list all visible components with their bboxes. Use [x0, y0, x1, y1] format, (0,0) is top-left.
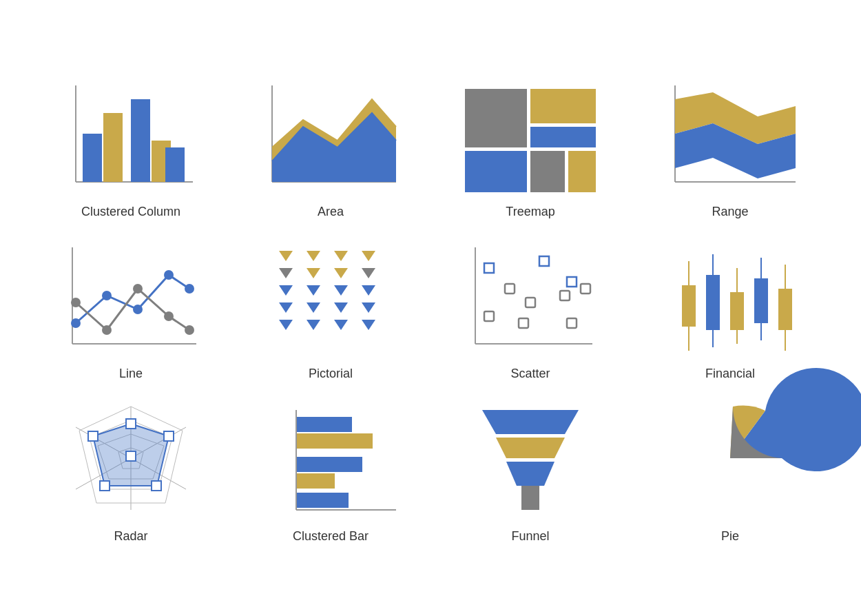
- svg-marker-100: [506, 462, 554, 486]
- svg-rect-88: [100, 481, 110, 491]
- svg-rect-57: [567, 277, 577, 287]
- chart-label-pie: Pie: [721, 528, 739, 544]
- chart-item-clustered-column[interactable]: Clustered Column: [34, 72, 227, 220]
- svg-point-26: [164, 270, 174, 280]
- chart-preview-radar: [55, 396, 207, 520]
- chart-item-pie[interactable]: Pie: [634, 396, 827, 544]
- svg-point-30: [133, 284, 143, 294]
- chart-item-range[interactable]: Range: [634, 72, 827, 220]
- svg-rect-56: [539, 256, 549, 266]
- svg-point-28: [71, 298, 81, 307]
- chart-item-radar[interactable]: Radar: [34, 396, 227, 544]
- chart-label-radar: Radar: [114, 528, 147, 544]
- svg-rect-59: [526, 298, 535, 307]
- svg-marker-43: [334, 285, 348, 296]
- chart-preview-financial: [654, 234, 806, 358]
- svg-marker-46: [307, 302, 320, 313]
- chart-label-funnel: Funnel: [511, 528, 549, 544]
- chart-item-scatter[interactable]: Scatter: [434, 234, 627, 382]
- chart-preview-funnel: [455, 396, 606, 520]
- svg-rect-66: [682, 285, 696, 327]
- chart-preview-treemap: [455, 72, 606, 196]
- chart-item-line[interactable]: Line: [34, 234, 227, 382]
- svg-rect-97: [297, 493, 349, 508]
- chart-label-pictorial: Pictorial: [309, 366, 353, 382]
- svg-marker-38: [307, 268, 320, 278]
- svg-marker-40: [362, 268, 375, 278]
- svg-rect-2: [83, 134, 102, 182]
- svg-rect-55: [484, 263, 494, 273]
- svg-point-23: [71, 318, 81, 328]
- svg-rect-96: [297, 473, 335, 489]
- chart-label-line: Line: [119, 366, 143, 382]
- chart-item-clustered-bar[interactable]: Clustered Bar: [234, 396, 427, 544]
- svg-rect-89: [88, 431, 98, 441]
- svg-point-24: [102, 291, 112, 300]
- svg-marker-51: [334, 320, 348, 330]
- chart-label-clustered-bar: Clustered Bar: [293, 528, 369, 544]
- svg-marker-37: [279, 268, 293, 278]
- svg-rect-70: [730, 292, 744, 330]
- chart-preview-clustered-bar: [255, 396, 406, 520]
- svg-rect-64: [567, 318, 577, 328]
- svg-rect-95: [297, 457, 362, 472]
- chart-item-pictorial[interactable]: .tri-gold { fill: #c9a94a; } .tri-blue {…: [234, 234, 427, 382]
- svg-rect-93: [297, 417, 352, 432]
- chart-item-area[interactable]: Area: [234, 72, 427, 220]
- svg-rect-63: [519, 318, 528, 328]
- svg-rect-12: [530, 89, 596, 123]
- svg-rect-61: [581, 284, 590, 294]
- svg-rect-101: [521, 486, 539, 510]
- svg-marker-41: [279, 285, 293, 296]
- svg-marker-50: [307, 320, 320, 330]
- svg-rect-87: [152, 481, 161, 491]
- svg-marker-99: [496, 438, 565, 458]
- chart-label-treemap: Treemap: [506, 204, 554, 220]
- chart-label-clustered-column: Clustered Column: [81, 204, 180, 220]
- svg-point-29: [102, 325, 112, 335]
- svg-rect-14: [465, 151, 527, 192]
- svg-marker-44: [362, 285, 375, 296]
- svg-rect-94: [297, 433, 373, 449]
- chart-preview-pictorial: .tri-gold { fill: #c9a94a; } .tri-blue {…: [255, 234, 406, 358]
- chart-preview-clustered-column: [55, 72, 207, 196]
- chart-item-financial[interactable]: Financial: [634, 234, 827, 382]
- chart-label-area: Area: [318, 204, 344, 220]
- svg-marker-47: [334, 302, 348, 313]
- svg-marker-39: [334, 268, 348, 278]
- svg-point-32: [185, 325, 194, 335]
- svg-rect-72: [754, 278, 768, 323]
- svg-rect-90: [126, 451, 136, 461]
- svg-rect-74: [778, 289, 792, 330]
- svg-rect-4: [131, 99, 150, 182]
- svg-rect-15: [530, 151, 565, 192]
- chart-item-funnel[interactable]: Funnel: [434, 396, 627, 544]
- chart-label-scatter: Scatter: [510, 366, 550, 382]
- svg-point-31: [164, 311, 174, 321]
- svg-rect-3: [103, 113, 123, 182]
- svg-marker-10: [272, 113, 396, 182]
- svg-rect-60: [560, 291, 570, 300]
- chart-type-grid: Clustered Column Area: [14, 44, 847, 572]
- svg-marker-33: [279, 251, 293, 261]
- chart-preview-scatter: [455, 234, 606, 358]
- svg-marker-45: [279, 302, 293, 313]
- svg-rect-68: [706, 275, 720, 330]
- svg-marker-48: [362, 302, 375, 313]
- svg-rect-16: [568, 151, 596, 192]
- svg-rect-13: [530, 127, 596, 147]
- chart-label-range: Range: [712, 204, 748, 220]
- svg-marker-36: [362, 251, 375, 261]
- svg-marker-98: [482, 410, 579, 434]
- svg-marker-52: [362, 320, 375, 330]
- chart-preview-line: [55, 234, 207, 358]
- svg-point-25: [133, 305, 143, 314]
- svg-rect-62: [484, 311, 494, 321]
- svg-rect-6: [165, 147, 185, 182]
- svg-rect-11: [465, 89, 527, 147]
- svg-marker-49: [279, 320, 293, 330]
- chart-item-treemap[interactable]: Treemap: [434, 72, 627, 220]
- svg-marker-34: [307, 251, 320, 261]
- chart-preview-pie: [654, 396, 806, 520]
- svg-point-27: [185, 284, 194, 294]
